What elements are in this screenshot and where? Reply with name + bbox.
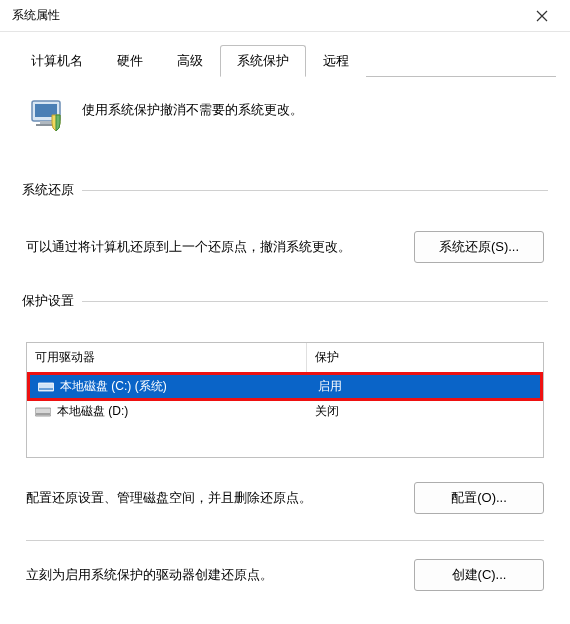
column-header-drive[interactable]: 可用驱动器 — [27, 343, 307, 372]
tab-remote[interactable]: 远程 — [306, 45, 366, 77]
drive-icon — [38, 381, 54, 393]
tab-strip: 计算机名 硬件 高级 系统保护 远程 — [0, 32, 570, 76]
drive-row-d[interactable]: 本地磁盘 (D:) 关闭 — [27, 400, 543, 423]
drive-status: 启用 — [310, 378, 540, 395]
svg-rect-5 — [39, 388, 53, 390]
tab-panel-system-protection: 使用系统保护撤消不需要的系统更改。 系统还原 可以通过将计算机还原到上一个还原点… — [14, 76, 556, 609]
column-header-protection[interactable]: 保护 — [307, 343, 543, 372]
close-icon — [536, 10, 548, 22]
section-protection-settings: 保护设置 可用驱动器 保护 本地磁盘 (C:) (系统) 启用 — [22, 301, 548, 609]
shield-monitor-icon — [26, 95, 70, 142]
create-button[interactable]: 创建(C)... — [414, 559, 544, 591]
close-button[interactable] — [522, 2, 562, 30]
intro-text: 使用系统保护撤消不需要的系统更改。 — [82, 95, 303, 119]
configure-description: 配置还原设置、管理磁盘空间，并且删除还原点。 — [26, 489, 390, 507]
tab-advanced[interactable]: 高级 — [160, 45, 220, 77]
svg-rect-2 — [40, 121, 52, 124]
highlight-annotation: 本地磁盘 (C:) (系统) 启用 — [27, 372, 543, 401]
drive-label: 本地磁盘 (C:) (系统) — [60, 378, 167, 395]
section-title-restore: 系统还原 — [22, 181, 82, 199]
tab-system-protection[interactable]: 系统保护 — [220, 45, 306, 77]
system-restore-button[interactable]: 系统还原(S)... — [414, 231, 544, 263]
drive-icon — [35, 406, 51, 418]
section-system-restore: 系统还原 可以通过将计算机还原到上一个还原点，撤消系统更改。 系统还原(S)..… — [22, 190, 548, 275]
window-title: 系统属性 — [12, 7, 60, 24]
drive-table: 可用驱动器 保护 本地磁盘 (C:) (系统) 启用 — [26, 342, 544, 458]
create-description: 立刻为启用系统保护的驱动器创建还原点。 — [26, 566, 390, 584]
divider — [26, 540, 544, 541]
configure-button[interactable]: 配置(O)... — [414, 482, 544, 514]
svg-rect-7 — [36, 413, 50, 415]
drive-row-c[interactable]: 本地磁盘 (C:) (系统) 启用 — [30, 375, 540, 398]
drive-table-header: 可用驱动器 保护 — [27, 343, 543, 373]
tab-computer-name[interactable]: 计算机名 — [14, 45, 100, 77]
restore-description: 可以通过将计算机还原到上一个还原点，撤消系统更改。 — [26, 236, 390, 258]
drive-label: 本地磁盘 (D:) — [57, 403, 128, 420]
section-title-protection: 保护设置 — [22, 292, 82, 310]
tab-hardware[interactable]: 硬件 — [100, 45, 160, 77]
drive-status: 关闭 — [307, 403, 543, 420]
